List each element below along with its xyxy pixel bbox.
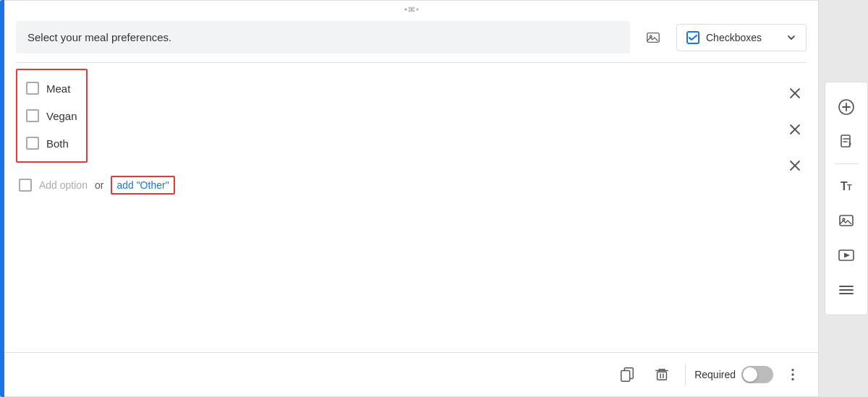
required-label: Required [694, 369, 736, 380]
checkbox-both[interactable] [26, 137, 39, 150]
bottom-divider [685, 364, 686, 385]
add-image-sidebar-button[interactable] [830, 205, 862, 236]
import-questions-button[interactable] [830, 126, 862, 158]
remove-meat-button[interactable] [783, 82, 807, 105]
svg-marker-36 [844, 253, 850, 258]
checkbox-meat[interactable] [26, 82, 39, 95]
option-row-vegan: Vegan [23, 102, 80, 129]
drag-handle[interactable] [4, 1, 818, 15]
type-selector-label: Checkboxes [706, 32, 780, 43]
svg-point-4 [408, 7, 410, 9]
checkbox-type-icon [686, 30, 700, 45]
required-toggle[interactable] [741, 366, 773, 383]
add-section-button[interactable] [830, 274, 862, 306]
dropdown-arrow-icon [786, 32, 797, 43]
svg-point-8 [410, 7, 412, 9]
svg-point-5 [412, 7, 414, 9]
remove-vegan-button[interactable] [783, 118, 807, 141]
add-image-button[interactable] [639, 23, 668, 52]
svg-text:T: T [847, 183, 852, 192]
bottom-bar: Required [4, 352, 818, 396]
add-option-row: Add option or add "Other" [16, 168, 783, 202]
delete-button[interactable] [647, 360, 676, 389]
header-row: Checkboxes [4, 15, 818, 62]
remove-buttons-col [783, 69, 807, 177]
add-video-button[interactable] [830, 239, 862, 271]
option-label-vegan: Vegan [46, 110, 77, 122]
type-selector[interactable]: Checkboxes [676, 24, 807, 51]
option-row-both: Both [23, 129, 80, 157]
more-options-button[interactable] [779, 361, 807, 388]
option-label-meat: Meat [46, 82, 77, 95]
svg-point-24 [791, 369, 793, 371]
svg-rect-30 [841, 135, 850, 147]
options-left: Meat Vegan Both [16, 69, 783, 202]
svg-point-25 [791, 373, 793, 375]
question-card: Checkboxes Meat [4, 0, 819, 397]
add-question-button[interactable] [830, 91, 862, 123]
svg-rect-21 [658, 372, 667, 380]
remove-both-button[interactable] [783, 154, 807, 177]
svg-point-9 [410, 10, 412, 12]
question-input[interactable] [16, 21, 630, 54]
add-other-red-box: add "Other" [111, 176, 174, 195]
svg-point-2 [416, 9, 418, 11]
options-area: Meat Vegan Both [4, 63, 818, 338]
checkbox-vegan[interactable] [26, 109, 39, 122]
right-sidebar: T T [825, 82, 868, 315]
option-row-meat: Meat [23, 74, 80, 102]
or-text: or [95, 179, 103, 191]
add-option-checkbox [19, 179, 32, 192]
options-section: Meat Vegan Both [16, 69, 807, 202]
copy-button[interactable] [613, 360, 642, 389]
add-option-text[interactable]: Add option [39, 179, 88, 191]
svg-rect-20 [621, 371, 630, 382]
sidebar-divider [835, 163, 858, 164]
svg-point-26 [791, 378, 793, 380]
add-title-button[interactable]: T T [830, 170, 862, 202]
option-label-both: Both [46, 137, 77, 150]
svg-point-7 [412, 10, 414, 12]
add-other-link[interactable]: add "Other" [116, 179, 169, 191]
svg-point-3 [404, 9, 407, 11]
page-wrapper: Checkboxes Meat [0, 0, 868, 397]
svg-point-6 [408, 10, 410, 12]
toggle-knob [743, 367, 757, 382]
options-red-box: Meat Vegan Both [16, 69, 88, 163]
